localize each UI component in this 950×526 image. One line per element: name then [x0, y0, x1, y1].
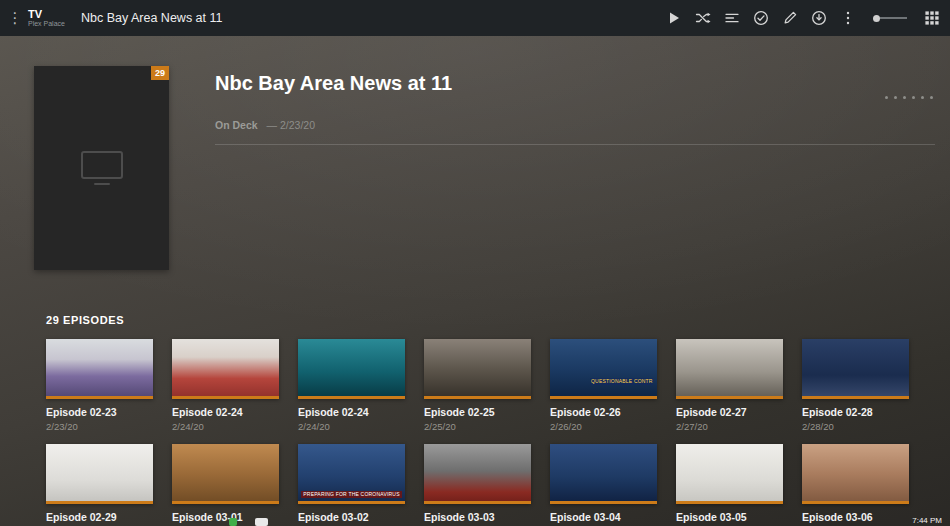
episode-thumbnail[interactable] — [676, 444, 783, 504]
download-icon[interactable] — [811, 10, 827, 26]
episode-card[interactable]: Episode 02-24 2/24/20 — [298, 339, 405, 432]
unwatched-bar — [676, 396, 783, 399]
episode-card[interactable]: Episode 02-25 2/25/20 — [424, 339, 531, 432]
menu-dots-icon[interactable]: ⋮ — [6, 0, 24, 36]
play-icon[interactable] — [666, 10, 682, 26]
unwatched-bar — [298, 501, 405, 504]
topbar-actions — [666, 10, 940, 26]
episode-title[interactable]: Episode 02-24 — [298, 406, 405, 418]
episode-date: 2/24/20 — [172, 421, 279, 432]
unwatched-count-badge: 29 — [151, 66, 169, 80]
episode-card[interactable]: Episode 03-06 — [802, 444, 909, 526]
episode-thumbnail[interactable] — [802, 339, 909, 399]
hero-divider — [215, 144, 935, 145]
episode-thumbnail[interactable] — [46, 339, 153, 399]
show-info: Nbc Bay Area News at 11 On Deck — 2/23/2… — [169, 66, 935, 270]
episode-card[interactable]: Episode 02-29 — [46, 444, 153, 526]
library-section-label: TV — [28, 9, 65, 21]
episodes-section: 29 EPISODES Episode 02-23 2/23/20 Episod… — [0, 270, 950, 526]
episode-thumbnail[interactable] — [676, 339, 783, 399]
episode-title[interactable]: Episode 02-28 — [802, 406, 909, 418]
rating-stars[interactable] — [885, 96, 933, 99]
episode-card[interactable]: Episode 03-01 — [172, 444, 279, 526]
episode-thumbnail[interactable] — [424, 339, 531, 399]
episode-thumbnail[interactable] — [298, 339, 405, 399]
episode-thumbnail[interactable]: PREPARING FOR THE CORONAVIRUS — [298, 444, 405, 504]
episode-thumbnail[interactable] — [46, 444, 153, 504]
episode-title[interactable]: Episode 02-26 — [550, 406, 657, 418]
on-deck-date: — 2/23/20 — [267, 119, 315, 131]
episode-title[interactable]: Episode 02-23 — [46, 406, 153, 418]
episode-card[interactable]: Episode 02-27 2/27/20 — [676, 339, 783, 432]
episode-date: 2/24/20 — [298, 421, 405, 432]
episode-thumbnail[interactable] — [172, 339, 279, 399]
unwatched-bar — [550, 501, 657, 504]
zoom-slider-knob[interactable] — [873, 15, 880, 22]
episode-card[interactable]: Episode 03-05 — [676, 444, 783, 526]
taskbar: 7:44 PM — [0, 517, 950, 526]
episode-thumbnail[interactable] — [424, 444, 531, 504]
taskbar-clock: 7:44 PM — [912, 516, 942, 525]
shuffle-icon[interactable] — [695, 10, 711, 26]
episode-date: 2/25/20 — [424, 421, 531, 432]
episode-card[interactable]: Episode 03-03 — [424, 444, 531, 526]
show-poster[interactable]: 29 — [34, 66, 169, 270]
episode-thumbnail[interactable] — [172, 444, 279, 504]
episodes-grid: Episode 02-23 2/23/20 Episode 02-24 2/24… — [46, 339, 935, 526]
unwatched-bar — [46, 501, 153, 504]
episode-card[interactable]: Episode 02-28 2/28/20 — [802, 339, 909, 432]
episode-thumbnail[interactable]: QUESTIONABLE CONTRACTS — [550, 339, 657, 399]
episode-date: 2/28/20 — [802, 421, 909, 432]
thumbnail-caption: PREPARING FOR THE CORONAVIRUS — [301, 491, 402, 498]
taskbar-app-icon[interactable] — [255, 518, 268, 526]
on-deck-label: On Deck — [215, 119, 258, 131]
server-name: Plex Palace — [28, 20, 65, 27]
episode-card[interactable]: PREPARING FOR THE CORONAVIRUS Episode 03… — [298, 444, 405, 526]
on-deck-row: On Deck — 2/23/20 — [215, 119, 935, 131]
unwatched-bar — [298, 396, 405, 399]
episode-thumbnail[interactable] — [802, 444, 909, 504]
episode-thumbnail[interactable] — [550, 444, 657, 504]
topbar-title: Nbc Bay Area News at 11 — [81, 11, 223, 25]
episode-card[interactable]: Episode 02-24 2/24/20 — [172, 339, 279, 432]
show-title: Nbc Bay Area News at 11 — [215, 72, 935, 95]
unwatched-bar — [676, 501, 783, 504]
episode-date: 2/27/20 — [676, 421, 783, 432]
episode-card[interactable]: QUESTIONABLE CONTRACTS Episode 02-26 2/2… — [550, 339, 657, 432]
tv-monitor-icon — [34, 66, 169, 270]
thumbnail-caption: QUESTIONABLE CONTRACTS — [590, 378, 653, 385]
unwatched-bar — [46, 396, 153, 399]
edit-icon[interactable] — [782, 10, 798, 26]
taskbar-app-icon[interactable] — [229, 518, 237, 526]
zoom-slider-track[interactable] — [880, 17, 907, 19]
zoom-slider[interactable] — [873, 15, 907, 22]
episode-date: 2/23/20 — [46, 421, 153, 432]
library-source[interactable]: TV Plex Palace — [28, 9, 65, 28]
unwatched-bar — [424, 501, 531, 504]
unwatched-bar — [424, 396, 531, 399]
queue-icon[interactable] — [724, 10, 740, 26]
unwatched-bar — [172, 396, 279, 399]
episode-date: 2/26/20 — [550, 421, 657, 432]
unwatched-bar — [550, 396, 657, 399]
episode-card[interactable]: Episode 03-04 — [550, 444, 657, 526]
top-bar: ⋮ TV Plex Palace Nbc Bay Area News at 11 — [0, 0, 950, 36]
episode-title[interactable]: Episode 02-24 — [172, 406, 279, 418]
unwatched-bar — [172, 501, 279, 504]
mark-played-icon[interactable] — [753, 10, 769, 26]
unwatched-bar — [802, 396, 909, 399]
show-hero: 29 Nbc Bay Area News at 11 On Deck — 2/2… — [0, 36, 950, 270]
unwatched-bar — [802, 501, 909, 504]
episode-title[interactable]: Episode 02-27 — [676, 406, 783, 418]
episode-title[interactable]: Episode 02-25 — [424, 406, 531, 418]
episode-card[interactable]: Episode 02-23 2/23/20 — [46, 339, 153, 432]
more-icon[interactable] — [840, 10, 856, 26]
grid-view-icon[interactable] — [924, 10, 940, 26]
episodes-header: 29 EPISODES — [46, 314, 935, 326]
